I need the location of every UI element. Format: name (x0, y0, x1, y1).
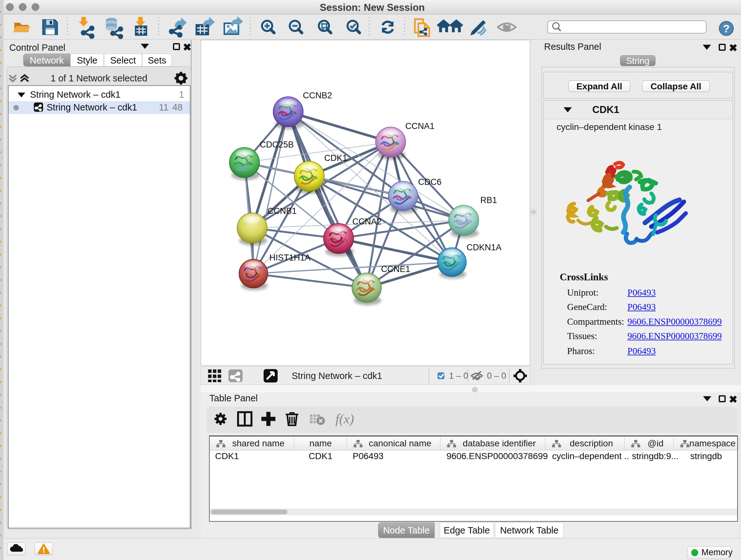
svg-text:CCNE1: CCNE1 (381, 264, 410, 274)
svg-text:CCNB1: CCNB1 (267, 206, 297, 216)
svg-text:CCNA2: CCNA2 (352, 217, 382, 226)
svg-text:CCNA1: CCNA1 (405, 121, 434, 131)
svg-text:CDKN1A: CDKN1A (467, 243, 502, 252)
svg-text:CDC25B: CDC25B (260, 140, 294, 149)
svg-text:f(x): f(x) (335, 412, 354, 427)
svg-text:RB1: RB1 (480, 195, 497, 205)
svg-text:0 – 0: 0 – 0 (487, 371, 506, 381)
svg-text:CCNB2: CCNB2 (303, 91, 332, 100)
svg-text:CDC6: CDC6 (418, 177, 442, 187)
svg-text:HIST1H1A: HIST1H1A (269, 253, 311, 262)
svg-text:CDK1: CDK1 (324, 153, 347, 163)
svg-text:?: ? (723, 22, 730, 35)
svg-text:String Network – cdk1: String Network – cdk1 (292, 371, 382, 381)
svg-text:1 – 0: 1 – 0 (449, 371, 468, 381)
